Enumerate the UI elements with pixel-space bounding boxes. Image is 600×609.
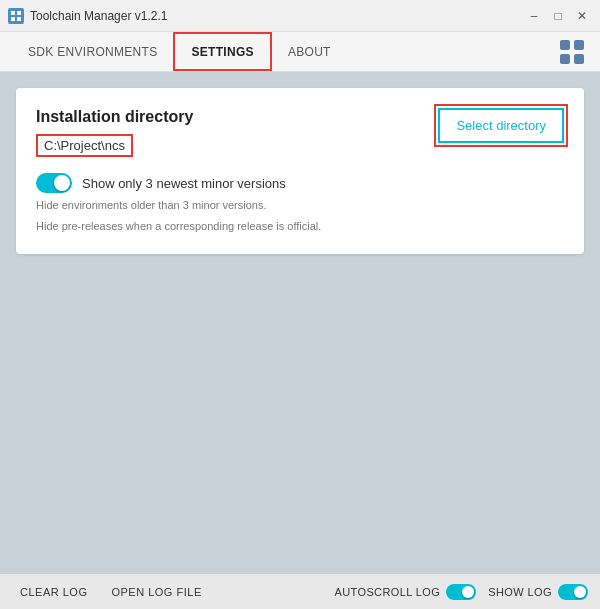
minimize-button[interactable]: – (524, 6, 544, 26)
close-button[interactable]: ✕ (572, 6, 592, 26)
maximize-button[interactable]: □ (548, 6, 568, 26)
toggle-label: Show only 3 newest minor versions (82, 176, 286, 191)
autoscroll-knob (462, 586, 474, 598)
title-bar-left: Toolchain Manager v1.2.1 (8, 8, 167, 24)
svg-rect-5 (574, 40, 584, 50)
bottom-bar-left: CLEAR LOG OPEN LOG FILE (12, 582, 210, 602)
autoscroll-group: AUTOSCROLL LOG (334, 584, 476, 600)
installation-title: Installation directory (36, 108, 193, 126)
nav-tabs: SDK ENVIRONMENTS SETTINGS ABOUT (12, 32, 347, 71)
toggle-knob (54, 175, 70, 191)
show-log-group: SHOW LOG (488, 584, 588, 600)
svg-rect-2 (11, 17, 15, 21)
tab-settings[interactable]: SETTINGS (173, 32, 271, 71)
bottom-bar: CLEAR LOG OPEN LOG FILE AUTOSCROLL LOG S… (0, 573, 600, 609)
title-bar: Toolchain Manager v1.2.1 – □ ✕ (0, 0, 600, 32)
show-log-label: SHOW LOG (488, 586, 552, 598)
title-bar-title: Toolchain Manager v1.2.1 (30, 9, 167, 23)
svg-rect-7 (574, 54, 584, 64)
nav-bar: SDK ENVIRONMENTS SETTINGS ABOUT (0, 32, 600, 72)
clear-log-button[interactable]: CLEAR LOG (12, 582, 95, 602)
toggle-description-1: Hide environments older than 3 minor ver… (36, 197, 564, 214)
open-log-file-button[interactable]: OPEN LOG FILE (103, 582, 209, 602)
tab-about[interactable]: ABOUT (272, 32, 347, 71)
title-bar-controls: – □ ✕ (524, 6, 592, 26)
show-minor-versions-toggle[interactable] (36, 173, 72, 193)
svg-rect-3 (17, 17, 21, 21)
card-header: Installation directory C:\Project\ncs Se… (36, 108, 564, 157)
show-log-knob (574, 586, 586, 598)
app-icon (8, 8, 24, 24)
tab-sdk-environments[interactable]: SDK ENVIRONMENTS (12, 32, 173, 71)
app-logo (556, 36, 588, 68)
select-directory-button[interactable]: Select directory (438, 108, 564, 143)
bottom-bar-right: AUTOSCROLL LOG SHOW LOG (334, 584, 588, 600)
installation-info: Installation directory C:\Project\ncs (36, 108, 193, 157)
directory-path: C:\Project\ncs (36, 134, 133, 157)
svg-rect-0 (11, 11, 15, 15)
main-content: Installation directory C:\Project\ncs Se… (0, 72, 600, 573)
toggle-row: Show only 3 newest minor versions (36, 173, 564, 193)
show-log-toggle[interactable] (558, 584, 588, 600)
autoscroll-label: AUTOSCROLL LOG (334, 586, 440, 598)
toggle-description-2: Hide pre-releases when a corresponding r… (36, 218, 564, 235)
autoscroll-toggle[interactable] (446, 584, 476, 600)
svg-rect-4 (560, 40, 570, 50)
toggle-section: Show only 3 newest minor versions Hide e… (36, 173, 564, 234)
settings-card: Installation directory C:\Project\ncs Se… (16, 88, 584, 254)
svg-rect-6 (560, 54, 570, 64)
svg-rect-1 (17, 11, 21, 15)
